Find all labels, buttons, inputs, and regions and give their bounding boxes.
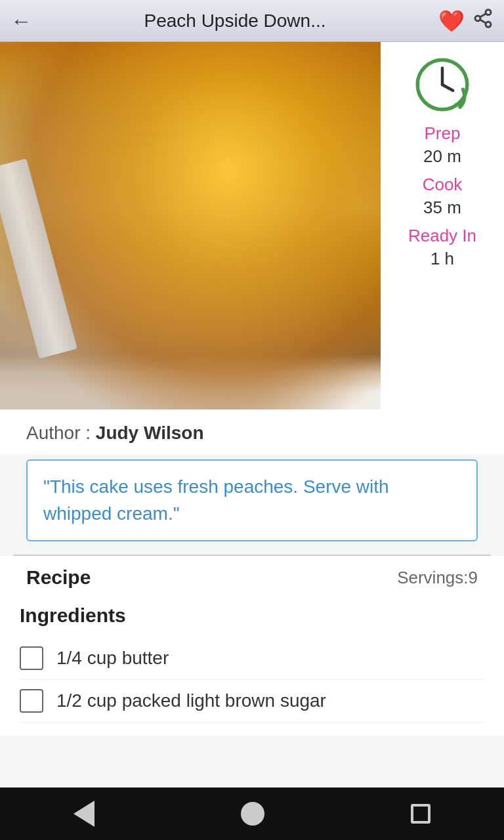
ingredient-row: 1/2 cup packed light brown sugar — [20, 680, 484, 723]
bottom-navigation — [0, 788, 504, 840]
recipe-description: "This cake uses fresh peaches. Serve wit… — [26, 459, 478, 541]
ready-value: 1 h — [430, 249, 454, 269]
prep-label: Prep — [425, 123, 461, 144]
ingredient-text-1: 1/4 cup butter — [56, 648, 169, 669]
back-nav-button[interactable] — [74, 801, 94, 827]
cook-label: Cook — [423, 175, 463, 195]
ingredient-checkbox-1[interactable] — [20, 646, 43, 670]
recent-nav-button[interactable] — [411, 804, 430, 824]
navigation-bar: ← Peach Upside Down... ❤️ — [0, 0, 504, 42]
recipe-header: Recipe Servings:9 — [0, 556, 504, 599]
svg-line-4 — [480, 14, 486, 17]
svg-line-3 — [480, 20, 486, 23]
share-button[interactable] — [472, 8, 494, 33]
author-name: Judy Wilson — [96, 423, 204, 443]
clock-icon — [413, 55, 472, 114]
timing-sidebar: Prep 20 m Cook 35 m Ready In 1 h — [381, 42, 504, 410]
back-button[interactable]: ← — [10, 10, 32, 32]
servings-info: Servings:9 — [397, 568, 478, 588]
recent-square-icon — [411, 804, 430, 824]
back-triangle-icon — [74, 801, 94, 827]
page-title: Peach Upside Down... — [39, 10, 430, 32]
ingredients-section: Ingredients 1/4 cup butter 1/2 cup packe… — [0, 599, 504, 736]
ready-label: Ready In — [408, 226, 476, 246]
recipe-title: Recipe — [26, 566, 91, 589]
ingredient-row: 1/4 cup butter — [20, 637, 484, 680]
cook-value: 35 m — [423, 198, 461, 218]
ingredient-checkbox-2[interactable] — [20, 689, 43, 713]
home-nav-button[interactable] — [241, 802, 264, 826]
svg-line-7 — [442, 85, 453, 91]
heart-icon[interactable]: ❤️ — [438, 9, 465, 33]
author-section: Author : Judy Wilson — [0, 410, 504, 454]
quote-text: "This cake uses fresh peaches. Serve wit… — [43, 476, 389, 524]
ingredient-text-2: 1/2 cup packed light brown sugar — [56, 690, 326, 711]
hero-section: Prep 20 m Cook 35 m Ready In 1 h — [0, 42, 504, 410]
prep-value: 20 m — [423, 146, 461, 167]
author-label: Author : — [26, 423, 96, 443]
recipe-image — [0, 42, 381, 410]
home-circle-icon — [241, 802, 264, 826]
ingredients-heading: Ingredients — [20, 604, 484, 627]
